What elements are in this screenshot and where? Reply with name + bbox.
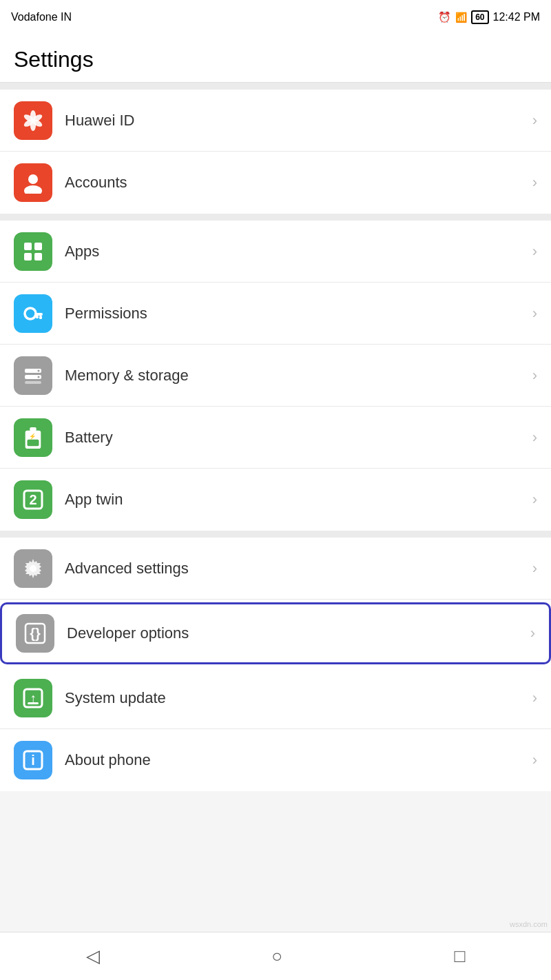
- huawei-id-chevron: ›: [532, 112, 537, 130]
- memory-storage-item[interactable]: Memory & storage ›: [0, 345, 551, 407]
- apps-label: Apps: [65, 243, 527, 261]
- svg-text:{}: {}: [30, 626, 41, 641]
- memory-storage-chevron: ›: [532, 367, 537, 385]
- svg-rect-13: [34, 313, 43, 316]
- huawei-id-item[interactable]: Huawei ID ›: [0, 90, 551, 152]
- app-twin-chevron: ›: [532, 491, 537, 509]
- back-button[interactable]: ◁: [65, 939, 121, 974]
- memory-storage-icon: [14, 356, 52, 395]
- apps-group: Apps › Permissions › Memory & stora: [0, 221, 551, 531]
- nav-bar: ◁ ○ □: [0, 932, 551, 980]
- about-phone-chevron: ›: [532, 751, 537, 769]
- apps-chevron: ›: [532, 243, 537, 261]
- alarm-icon: ⏰: [438, 11, 451, 23]
- accounts-chevron: ›: [532, 174, 537, 192]
- svg-text:2: 2: [29, 492, 37, 507]
- advanced-settings-chevron: ›: [532, 560, 537, 578]
- system-update-label: System update: [65, 689, 527, 707]
- developer-options-label: Developer options: [67, 624, 525, 642]
- dev-svg: {}: [24, 622, 46, 644]
- battery-svg: ⚡: [23, 427, 43, 449]
- svg-point-6: [28, 174, 38, 184]
- svg-point-19: [38, 369, 40, 371]
- recents-button[interactable]: □: [434, 939, 486, 974]
- svg-text:⚡: ⚡: [30, 432, 37, 440]
- battery-indicator: 60: [471, 10, 488, 24]
- app-twin-icon: 2: [14, 480, 52, 519]
- watermark: wsxdn.com: [510, 920, 548, 928]
- svg-rect-11: [34, 253, 42, 261]
- svg-text:i: i: [31, 753, 35, 768]
- svg-rect-9: [34, 243, 42, 250]
- huawei-id-label: Huawei ID: [65, 112, 527, 130]
- permissions-chevron: ›: [532, 305, 537, 323]
- app-twin-item[interactable]: 2 App twin ›: [0, 469, 551, 531]
- battery-chevron: ›: [532, 429, 537, 447]
- signal-icon: 📶: [455, 12, 467, 23]
- battery-item[interactable]: ⚡ Battery ›: [0, 407, 551, 469]
- svg-point-20: [38, 376, 40, 378]
- info-svg: i: [22, 749, 44, 771]
- svg-rect-15: [36, 316, 39, 318]
- key-svg: [22, 303, 44, 325]
- about-phone-icon: i: [14, 741, 52, 779]
- permissions-item[interactable]: Permissions ›: [0, 283, 551, 345]
- permissions-label: Permissions: [65, 305, 527, 323]
- memory-storage-label: Memory & storage: [65, 367, 527, 385]
- developer-options-chevron: ›: [530, 624, 535, 642]
- apps-icon: [14, 232, 52, 271]
- advanced-settings-label: Advanced settings: [65, 560, 527, 578]
- svg-point-7: [24, 185, 42, 194]
- about-phone-label: About phone: [65, 751, 527, 769]
- svg-rect-14: [39, 316, 42, 319]
- accounts-item[interactable]: Accounts ›: [0, 152, 551, 214]
- svg-rect-32: [28, 702, 39, 704]
- status-icons: ⏰ 📶 60 12:42 PM: [438, 10, 540, 24]
- svg-rect-23: [28, 439, 39, 445]
- advanced-settings-item[interactable]: Advanced settings ›: [0, 538, 551, 600]
- svg-point-12: [25, 308, 36, 319]
- apps-item[interactable]: Apps ›: [0, 221, 551, 283]
- home-button[interactable]: ○: [251, 939, 303, 974]
- section-sep-1: [0, 83, 551, 90]
- battery-icon: ⚡: [14, 418, 52, 457]
- section-sep-2: [0, 214, 551, 221]
- accounts-group: Huawei ID › Accounts ›: [0, 90, 551, 214]
- huawei-id-icon: [14, 101, 52, 140]
- carrier-label: Vodafone IN: [11, 11, 72, 23]
- apptwin-svg: 2: [22, 489, 44, 511]
- svg-rect-10: [24, 253, 32, 261]
- gear-svg: [22, 558, 44, 580]
- account-svg: [22, 172, 44, 194]
- system-update-item[interactable]: ↑ System update ›: [0, 667, 551, 729]
- developer-options-item[interactable]: {} Developer options ›: [0, 602, 551, 664]
- storage-svg: [22, 365, 44, 387]
- huawei-logo-svg: [21, 109, 45, 132]
- svg-rect-18: [25, 381, 41, 384]
- system-update-icon: ↑: [14, 679, 52, 717]
- about-phone-item[interactable]: i About phone ›: [0, 729, 551, 791]
- accounts-icon: [14, 163, 52, 202]
- advanced-group: Advanced settings › {} Developer options…: [0, 538, 551, 791]
- developer-options-icon: {}: [16, 614, 54, 653]
- app-twin-label: App twin: [65, 491, 527, 509]
- system-update-chevron: ›: [532, 689, 537, 707]
- time-label: 12:42 PM: [493, 11, 540, 23]
- advanced-settings-icon: [14, 549, 52, 588]
- apps-svg: [22, 241, 44, 263]
- permissions-icon: [14, 294, 52, 333]
- section-sep-3: [0, 531, 551, 538]
- svg-rect-8: [24, 243, 32, 250]
- update-svg: ↑: [22, 687, 44, 709]
- page-title-bar: Settings: [0, 34, 551, 83]
- svg-rect-22: [30, 427, 36, 431]
- status-bar: Vodafone IN ⏰ 📶 60 12:42 PM: [0, 0, 551, 34]
- accounts-label: Accounts: [65, 174, 527, 192]
- page-title: Settings: [14, 47, 94, 72]
- battery-label: Battery: [65, 429, 527, 447]
